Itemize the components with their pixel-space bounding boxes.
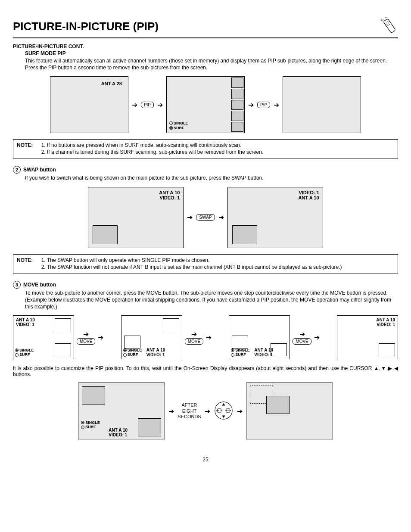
swap-note: NOTE: The SWAP button will only operate … [13,254,398,274]
surf-note: NOTE: If no buttons are pressed when in … [13,139,398,159]
screen-surf: SINGLE SURF [166,76,245,133]
arrow-icon: ➔ [299,330,305,338]
title-rule [13,37,398,38]
osd-label: VIDEO: 1ANT A 10 [298,190,319,200]
move-tail: It is also possible to customize the PIP… [13,365,398,377]
page-title: PICTURE-IN-PICTURE (PIP) [13,20,159,33]
pip-box [138,418,161,436]
swap-heading: 2 SWAP button [13,166,398,174]
screen-before: ANT A 28 [50,76,128,133]
move-heading: 3 MOVE button [13,281,398,289]
screen-move-1: ANT A 10VIDEO: 1 SINGLE SURF [13,315,74,359]
swap-body: If you wish to switch what is being show… [25,174,398,181]
osd-label: ANT A 10VIDEO: 1 [109,428,128,437]
pip-box [82,386,105,404]
screen-move-4: ANT A 10VIDEO: 1 [337,315,398,359]
step-number-icon: 3 [13,281,21,289]
arrow-icon: ➔ [218,213,224,221]
arrow-icon: ➔ [314,333,320,342]
osd-label: ANT A 10VIDEO: 1 [254,348,273,357]
surf-body: This feature will automatically scan all… [25,57,398,71]
note-label: NOTE: [17,257,36,271]
arrow-icon: ➔ [157,101,163,109]
osd-label: ANT A 10VIDEO: 1 [376,317,395,327]
screen-before-cursor: SINGLE SURF ANT A 10VIDEO: 1 [78,383,165,439]
arrow-icon: ➔ [248,101,254,109]
screen-move-2: SINGLE SURF ANT A 10VIDEO: 1 [121,315,182,359]
arrow-icon: ➔ [191,330,197,338]
svg-text:FAV CH: FAV CH [225,410,230,411]
svg-marker-9 [222,415,225,418]
arrow-icon: ➔ [132,101,137,109]
step-number-icon: 2 [13,166,21,174]
mode-indicator: SINGLE SURF [169,121,188,131]
pip-strip [231,78,243,132]
pip-box [232,225,257,244]
arrow-icon: ➔ [98,333,103,342]
osd-label: ANT A 10VIDEO: 1 [146,348,165,357]
arrow-icon: ➔ [83,330,89,338]
arrow-icon: ➔ [206,333,212,342]
note-item: The SWAP button will only operate when S… [47,257,342,263]
svg-marker-8 [222,403,225,405]
note-item: The SWAP function will not operate if AN… [47,264,342,270]
move-button-label: MOVE [77,338,95,345]
arrow-icon: ➔ [237,407,243,415]
arrow-icon: ➔ [205,407,210,415]
svg-text:FAV CH: FAV CH [216,410,222,411]
arrow-icon: ➔ [168,407,174,415]
arrow-icon: ➔ [274,101,279,109]
pip-box [266,396,290,414]
move-body: To move the sub-picture to another corne… [25,289,398,311]
osd-label: ANT A 10VIDEO: 1 [159,190,180,200]
screen-move-3: SINGLE SURF ANT A 10VIDEO: 1 [229,315,290,359]
move-button-label: MOVE [293,338,311,345]
pip-button-label: PIP [141,102,154,108]
page-number: 25 [13,457,398,463]
note-item: If a channel is tuned during this SURF s… [47,149,263,155]
surf-heading: SURF MODE PIP [25,50,398,56]
swap-button-label: SWAP [196,214,215,221]
svg-rect-0 [383,19,396,33]
dpad-icon: FAV CHFAV CH [214,401,234,422]
note-label: NOTE: [17,142,36,156]
osd-label: ANT A 10VIDEO: 1 [16,317,35,327]
after-eight-label: AFTEREIGHTSECONDS [177,402,201,420]
screen-swap-before: ANT A 10VIDEO: 1 [88,187,184,248]
mode-indicator: SINGLE SURF [231,348,250,358]
swap-diagram: ANT A 10VIDEO: 1 ➔ SWAP ➔ VIDEO: 1ANT A … [13,187,398,248]
screen-after-cursor [246,383,333,439]
surf-diagram: ANT A 28 ➔ PIP ➔ SINGLE SURF ➔ PIP ➔ [13,76,398,133]
note-item: If no buttons are pressed when in SURF m… [47,142,263,148]
section-cont-heading: PICTURE-IN-PICTURE CONT. [13,44,398,50]
mode-indicator: SINGLE SURF [123,348,142,358]
cursor-diagram: SINGLE SURF ANT A 10VIDEO: 1 ➔ AFTEREIGH… [13,383,398,439]
screen-after [283,76,361,133]
pip-box [93,225,118,244]
move-button-label: MOVE [185,338,203,345]
screen-swap-after: VIDEO: 1ANT A 10 [227,187,323,248]
pip-box [163,318,179,331]
osd-ant: ANT A 28 [101,81,122,86]
move-diagram: ANT A 10VIDEO: 1 SINGLE SURF ➔ MOVE ➔ SI… [13,315,398,359]
remote-icon [381,17,398,36]
pip-box [55,318,71,331]
pip-box [379,343,395,356]
pip-button-label: PIP [257,102,270,108]
mode-indicator: SINGLE SURF [15,348,34,358]
mode-indicator: SINGLE SURF [81,420,100,430]
pip-box [55,343,71,356]
arrow-icon: ➔ [187,213,193,221]
pip-box [124,336,140,348]
pip-box [232,336,248,348]
